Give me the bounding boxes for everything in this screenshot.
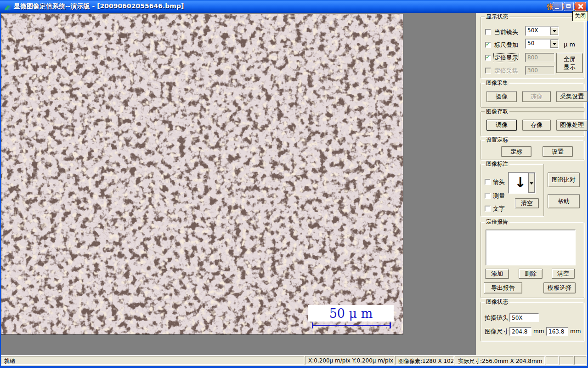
titlebar[interactable]: 显微图像定倍系统--演示版 - [20090602055646.bmp] 张掖仪… <box>0 0 588 13</box>
group-image-status: 图像状态 拍摄镜头 50X 图像尺寸 204.8 mm 163.8 mm <box>481 302 584 341</box>
scale-unit-label: μ m <box>564 41 575 48</box>
micrograph-image[interactable]: 50 μ m <box>1 14 403 335</box>
image-height-value: 163.8 <box>546 327 568 336</box>
status-empty-cell <box>560 356 573 365</box>
group-title: 图像采集 <box>485 80 509 86</box>
scale-combobox[interactable]: 50 <box>525 39 559 49</box>
report-add-button[interactable]: 添加 <box>485 269 509 279</box>
group-title: 显示状态 <box>485 13 509 20</box>
export-report-button[interactable]: 导出报告 <box>484 282 522 293</box>
load-image-button[interactable]: 调像 <box>486 120 517 131</box>
status-ready: 就绪 <box>1 356 304 365</box>
minimize-icon <box>555 8 559 9</box>
minimize-button[interactable] <box>553 2 563 11</box>
shoot-lens-value: 50X <box>509 313 539 322</box>
settings-button[interactable]: 设置 <box>543 146 573 157</box>
group-title: 图像存取 <box>485 108 509 115</box>
calibrate-button[interactable]: 定标 <box>501 146 531 157</box>
help-button[interactable]: 帮助 <box>548 194 580 208</box>
arrow-label: 箭头 <box>493 178 505 185</box>
report-delete-button[interactable]: 删除 <box>519 269 543 279</box>
shoot-lens-label: 拍摄镜头 <box>485 314 509 321</box>
template-select-button[interactable]: 模板选择 <box>543 282 576 293</box>
status-image-pixels: 图像像素:1280 X 1024 <box>395 356 454 365</box>
control-panel: 显示状态 当前镜头 50X 标尺叠加 50 μ m 定倍显示 800 <box>476 13 587 355</box>
group-calibration: 设置定标 定标 设置 <box>481 140 584 160</box>
group-title: 图像标注 <box>485 161 509 167</box>
app-window: 显微图像定倍系统--演示版 - [20090602055646.bmp] 张掖仪… <box>0 0 588 368</box>
scale-bar-label-box: 50 μ m <box>308 305 394 322</box>
chevron-down-icon[interactable] <box>528 173 535 193</box>
capture-settings-button[interactable]: 采集设置 <box>556 91 588 102</box>
image-height-unit: mm <box>570 328 581 335</box>
image-width-unit: mm <box>533 328 544 335</box>
measure-checkbox[interactable] <box>485 193 491 199</box>
scale-bar-line <box>312 325 391 326</box>
text-checkbox[interactable] <box>485 206 491 212</box>
measure-label: 测量 <box>493 192 505 199</box>
group-annotation: 图像标注 箭头 测量 文字 ↓ 清空 <box>481 164 544 216</box>
fixed-display-checkbox[interactable] <box>485 55 491 61</box>
fixed-capture-checkbox <box>485 68 491 74</box>
status-bar: 就绪 X:0.200μ m/pix Y:0.200μ m/pix 图像像素:12… <box>1 355 587 366</box>
restore-icon <box>566 4 571 8</box>
image-width-value: 204.8 <box>509 327 531 336</box>
arrow-style-combobox[interactable]: ↓ <box>508 172 536 194</box>
group-image-capture: 图像采集 摄像 冻像 采集设置 <box>481 83 584 108</box>
scale-overlay-checkbox[interactable] <box>485 42 491 48</box>
fixed-display-label: 定倍显示 <box>494 54 518 61</box>
save-image-button[interactable]: 存像 <box>522 120 551 131</box>
report-clear-button[interactable]: 清空 <box>552 269 575 279</box>
group-title: 定倍报告 <box>485 218 509 225</box>
status-empty-cell <box>574 356 586 365</box>
atlas-compare-button[interactable]: 图谱比对 <box>548 172 580 187</box>
down-arrow-icon: ↓ <box>514 176 526 190</box>
close-button[interactable] <box>575 2 586 11</box>
status-pixel-scale: X:0.200μ m/pix Y:0.200μ m/pix <box>305 356 394 365</box>
client-area: 50 μ m 显示状态 当前镜头 50X 标尺叠加 50 <box>1 13 587 355</box>
status-actual-size: 实际尺寸:256.0mm X 204.8mm <box>455 356 545 365</box>
capture-button[interactable]: 摄像 <box>486 91 517 102</box>
report-listbox[interactable] <box>486 230 576 265</box>
freeze-button: 冻像 <box>522 91 551 102</box>
group-title: 设置定标 <box>485 137 509 143</box>
fullscreen-button[interactable]: 全屏显示 <box>556 53 583 73</box>
micrograph-texture <box>1 14 403 335</box>
status-empty-cell <box>546 356 559 365</box>
fixed-capture-label: 定倍采集 <box>494 67 518 74</box>
restore-button[interactable] <box>564 2 574 11</box>
close-tooltip: 关闭 <box>572 11 588 21</box>
app-logo-icon <box>3 2 11 11</box>
current-lens-checkbox[interactable] <box>485 29 491 35</box>
fixed-capture-field: 300 <box>525 66 554 75</box>
scale-bar-text: 50 μ m <box>329 306 373 321</box>
clear-annotation-button[interactable]: 清空 <box>515 198 539 208</box>
group-image-storage: 图像存取 调像 存像 图像处理 <box>481 111 584 136</box>
group-display-status: 显示状态 当前镜头 50X 标尺叠加 50 μ m 定倍显示 800 <box>481 17 584 78</box>
fixed-display-field: 800 <box>525 53 554 62</box>
text-label: 文字 <box>493 205 505 212</box>
chevron-down-icon[interactable] <box>550 40 558 48</box>
group-report: 定倍报告 添加 删除 清空 导出报告 模板选择 <box>481 222 584 298</box>
image-processing-button[interactable]: 图像处理 <box>556 120 588 131</box>
close-icon <box>575 2 586 11</box>
image-size-label: 图像尺寸 <box>485 328 509 335</box>
arrow-checkbox[interactable] <box>485 179 491 185</box>
current-lens-label: 当前镜头 <box>494 29 518 35</box>
chevron-down-icon[interactable] <box>550 27 558 35</box>
group-title: 图像状态 <box>485 299 509 305</box>
lens-combobox[interactable]: 50X <box>525 26 559 36</box>
window-title: 显微图像定倍系统--演示版 - [20090602055646.bmp] <box>14 2 184 11</box>
scale-overlay-label: 标尺叠加 <box>494 41 518 48</box>
